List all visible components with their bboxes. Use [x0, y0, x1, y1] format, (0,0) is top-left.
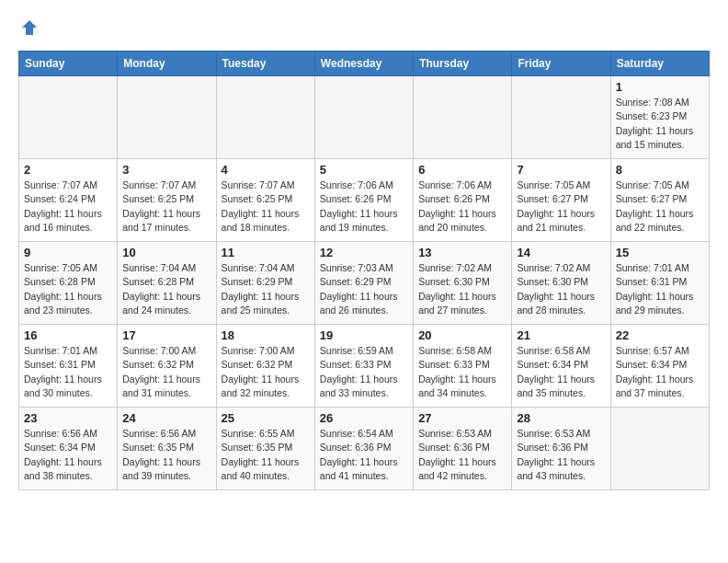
- calendar-cell: 6Sunrise: 7:06 AM Sunset: 6:26 PM Daylig…: [414, 159, 512, 242]
- day-info: Sunrise: 6:56 AM Sunset: 6:34 PM Dayligh…: [24, 427, 112, 483]
- day-info: Sunrise: 6:58 AM Sunset: 6:34 PM Dayligh…: [517, 344, 605, 400]
- calendar-body: 1Sunrise: 7:08 AM Sunset: 6:23 PM Daylig…: [19, 76, 710, 490]
- day-number: 26: [320, 411, 408, 425]
- calendar-cell: 18Sunrise: 7:00 AM Sunset: 6:32 PM Dayli…: [216, 325, 314, 408]
- day-number: 13: [418, 246, 506, 259]
- calendar-cell: [118, 76, 216, 159]
- calendar-cell: 8Sunrise: 7:05 AM Sunset: 6:27 PM Daylig…: [610, 159, 709, 242]
- calendar-cell: 5Sunrise: 7:06 AM Sunset: 6:26 PM Daylig…: [314, 159, 413, 242]
- calendar-cell: 27Sunrise: 6:53 AM Sunset: 6:36 PM Dayli…: [414, 408, 512, 490]
- day-info: Sunrise: 7:02 AM Sunset: 6:30 PM Dayligh…: [517, 261, 605, 317]
- calendar-cell: 14Sunrise: 7:02 AM Sunset: 6:30 PM Dayli…: [512, 242, 610, 325]
- dow-wednesday: Wednesday: [314, 52, 413, 76]
- day-number: 27: [418, 411, 506, 425]
- day-number: 12: [320, 246, 408, 259]
- day-info: Sunrise: 6:55 AM Sunset: 6:35 PM Dayligh…: [222, 427, 310, 483]
- day-number: 23: [24, 411, 112, 425]
- day-info: Sunrise: 7:05 AM Sunset: 6:27 PM Dayligh…: [616, 178, 704, 235]
- day-number: 2: [24, 163, 112, 177]
- day-info: Sunrise: 7:04 AM Sunset: 6:29 PM Dayligh…: [222, 261, 310, 317]
- day-number: 22: [616, 328, 704, 342]
- calendar-cell: 16Sunrise: 7:01 AM Sunset: 6:31 PM Dayli…: [19, 325, 118, 408]
- day-info: Sunrise: 7:02 AM Sunset: 6:30 PM Dayligh…: [418, 261, 506, 317]
- calendar-cell: 11Sunrise: 7:04 AM Sunset: 6:29 PM Dayli…: [216, 242, 314, 325]
- day-info: Sunrise: 6:53 AM Sunset: 6:36 PM Dayligh…: [517, 427, 605, 483]
- day-number: 24: [122, 411, 210, 425]
- day-info: Sunrise: 7:05 AM Sunset: 6:27 PM Dayligh…: [517, 178, 605, 235]
- calendar-cell: 9Sunrise: 7:05 AM Sunset: 6:28 PM Daylig…: [19, 242, 118, 325]
- calendar-cell: 17Sunrise: 7:00 AM Sunset: 6:32 PM Dayli…: [118, 325, 216, 408]
- day-number: 4: [222, 163, 310, 177]
- day-number: 25: [222, 411, 310, 425]
- svg-marker-0: [22, 20, 37, 35]
- calendar-cell: 22Sunrise: 6:57 AM Sunset: 6:34 PM Dayli…: [610, 325, 709, 408]
- day-info: Sunrise: 7:06 AM Sunset: 6:26 PM Dayligh…: [418, 178, 506, 235]
- calendar-cell: [19, 76, 118, 159]
- day-number: 17: [122, 328, 210, 342]
- day-info: Sunrise: 6:56 AM Sunset: 6:35 PM Dayligh…: [122, 427, 210, 483]
- days-of-week-header: SundayMondayTuesdayWednesdayThursdayFrid…: [19, 52, 710, 76]
- day-info: Sunrise: 7:05 AM Sunset: 6:28 PM Dayligh…: [24, 261, 112, 317]
- dow-monday: Monday: [118, 52, 216, 76]
- day-number: 16: [24, 328, 112, 342]
- logo: [18, 18, 39, 41]
- calendar-cell: 7Sunrise: 7:05 AM Sunset: 6:27 PM Daylig…: [512, 159, 610, 242]
- calendar-week-3: 16Sunrise: 7:01 AM Sunset: 6:31 PM Dayli…: [19, 325, 710, 408]
- day-number: 20: [418, 328, 506, 342]
- calendar-week-1: 2Sunrise: 7:07 AM Sunset: 6:24 PM Daylig…: [19, 159, 710, 242]
- day-info: Sunrise: 7:08 AM Sunset: 6:23 PM Dayligh…: [616, 96, 704, 152]
- page-header: [18, 18, 710, 41]
- day-number: 9: [24, 246, 112, 259]
- calendar-cell: [512, 76, 610, 159]
- day-info: Sunrise: 7:07 AM Sunset: 6:25 PM Dayligh…: [222, 178, 310, 235]
- calendar-table: SundayMondayTuesdayWednesdayThursdayFrid…: [18, 51, 710, 490]
- day-number: 18: [222, 328, 310, 342]
- calendar-cell: 20Sunrise: 6:58 AM Sunset: 6:33 PM Dayli…: [414, 325, 512, 408]
- day-number: 6: [418, 163, 506, 177]
- calendar-cell: 23Sunrise: 6:56 AM Sunset: 6:34 PM Dayli…: [19, 408, 118, 490]
- day-number: 1: [616, 80, 704, 94]
- calendar-cell: 26Sunrise: 6:54 AM Sunset: 6:36 PM Dayli…: [314, 408, 413, 490]
- day-info: Sunrise: 7:00 AM Sunset: 6:32 PM Dayligh…: [122, 344, 210, 400]
- day-info: Sunrise: 7:03 AM Sunset: 6:29 PM Dayligh…: [320, 261, 408, 317]
- calendar-cell: 21Sunrise: 6:58 AM Sunset: 6:34 PM Dayli…: [512, 325, 610, 408]
- dow-friday: Friday: [512, 52, 610, 76]
- day-info: Sunrise: 7:00 AM Sunset: 6:32 PM Dayligh…: [222, 344, 310, 400]
- calendar-week-2: 9Sunrise: 7:05 AM Sunset: 6:28 PM Daylig…: [19, 242, 710, 325]
- dow-tuesday: Tuesday: [216, 52, 314, 76]
- calendar-cell: 1Sunrise: 7:08 AM Sunset: 6:23 PM Daylig…: [610, 76, 709, 159]
- day-number: 14: [517, 246, 605, 259]
- day-info: Sunrise: 7:07 AM Sunset: 6:25 PM Dayligh…: [122, 178, 210, 235]
- calendar-cell: [314, 76, 413, 159]
- calendar-cell: 2Sunrise: 7:07 AM Sunset: 6:24 PM Daylig…: [19, 159, 118, 242]
- day-info: Sunrise: 6:54 AM Sunset: 6:36 PM Dayligh…: [320, 427, 408, 483]
- calendar-cell: 19Sunrise: 6:59 AM Sunset: 6:33 PM Dayli…: [314, 325, 413, 408]
- day-info: Sunrise: 6:59 AM Sunset: 6:33 PM Dayligh…: [320, 344, 408, 400]
- logo-icon: [20, 18, 39, 37]
- calendar-week-0: 1Sunrise: 7:08 AM Sunset: 6:23 PM Daylig…: [19, 76, 710, 159]
- day-info: Sunrise: 7:07 AM Sunset: 6:24 PM Dayligh…: [24, 178, 112, 235]
- day-info: Sunrise: 7:06 AM Sunset: 6:26 PM Dayligh…: [320, 178, 408, 235]
- calendar-cell: 15Sunrise: 7:01 AM Sunset: 6:31 PM Dayli…: [610, 242, 709, 325]
- calendar-cell: 25Sunrise: 6:55 AM Sunset: 6:35 PM Dayli…: [216, 408, 314, 490]
- calendar-cell: [216, 76, 314, 159]
- dow-saturday: Saturday: [610, 52, 709, 76]
- calendar-cell: 12Sunrise: 7:03 AM Sunset: 6:29 PM Dayli…: [314, 242, 413, 325]
- day-number: 21: [517, 328, 605, 342]
- dow-sunday: Sunday: [19, 52, 118, 76]
- calendar-cell: 3Sunrise: 7:07 AM Sunset: 6:25 PM Daylig…: [118, 159, 216, 242]
- calendar-cell: 4Sunrise: 7:07 AM Sunset: 6:25 PM Daylig…: [216, 159, 314, 242]
- calendar-cell: 10Sunrise: 7:04 AM Sunset: 6:28 PM Dayli…: [118, 242, 216, 325]
- dow-thursday: Thursday: [414, 52, 512, 76]
- day-number: 8: [616, 163, 704, 177]
- day-info: Sunrise: 7:01 AM Sunset: 6:31 PM Dayligh…: [24, 344, 112, 400]
- day-number: 15: [616, 246, 704, 259]
- calendar-week-4: 23Sunrise: 6:56 AM Sunset: 6:34 PM Dayli…: [19, 408, 710, 490]
- calendar-cell: 24Sunrise: 6:56 AM Sunset: 6:35 PM Dayli…: [118, 408, 216, 490]
- day-number: 10: [122, 246, 210, 259]
- calendar-cell: [414, 76, 512, 159]
- day-number: 19: [320, 328, 408, 342]
- day-number: 7: [517, 163, 605, 177]
- day-number: 3: [122, 163, 210, 177]
- calendar-cell: 13Sunrise: 7:02 AM Sunset: 6:30 PM Dayli…: [414, 242, 512, 325]
